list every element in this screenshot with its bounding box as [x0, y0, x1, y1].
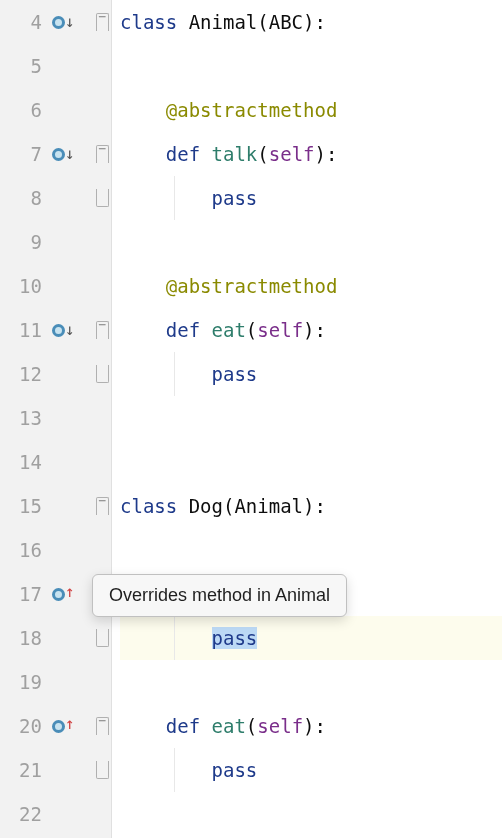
indent-guide: [174, 176, 175, 220]
line-number[interactable]: 21: [0, 759, 42, 781]
fold-collapse-icon[interactable]: [96, 321, 109, 339]
token: self: [257, 715, 303, 737]
fold-column: [93, 440, 111, 484]
line-number[interactable]: 7: [0, 143, 42, 165]
fold-collapse-icon[interactable]: [96, 13, 109, 31]
token: @abstractmethod: [166, 99, 338, 121]
has-implementations-icon[interactable]: ↓: [52, 321, 70, 339]
code-line[interactable]: [120, 44, 502, 88]
code-line[interactable]: [120, 528, 502, 572]
line-number[interactable]: 13: [0, 407, 42, 429]
fold-collapse-icon[interactable]: [96, 145, 109, 163]
has-implementations-icon[interactable]: ↓: [52, 145, 70, 163]
token: pass: [212, 627, 258, 649]
fold-end-icon[interactable]: [96, 365, 109, 383]
line-number[interactable]: 11: [0, 319, 42, 341]
line-number[interactable]: 6: [0, 99, 42, 121]
fold-column: [93, 176, 111, 220]
code-text: pass: [120, 187, 257, 209]
fold-end-icon[interactable]: [96, 629, 109, 647]
token: (: [257, 143, 268, 165]
has-implementations-icon[interactable]: ↓: [52, 13, 70, 31]
gutter-row: 13: [0, 396, 111, 440]
line-number[interactable]: 17: [0, 583, 42, 605]
gutter-icons: ↓: [52, 13, 70, 31]
line-number[interactable]: 14: [0, 451, 42, 473]
gutter-row: 19: [0, 660, 111, 704]
code-line[interactable]: @abstractmethod: [120, 88, 502, 132]
token: def: [166, 715, 212, 737]
token: Animal: [189, 11, 258, 33]
fold-end-icon[interactable]: [96, 189, 109, 207]
line-number[interactable]: 8: [0, 187, 42, 209]
line-number[interactable]: 22: [0, 803, 42, 825]
gutter-icons: ↓: [52, 321, 70, 339]
gutter-row: 7↓: [0, 132, 111, 176]
code-text: def talk(self):: [120, 143, 337, 165]
gutter-row: 4↓: [0, 0, 111, 44]
code-text: class Dog(Animal):: [120, 495, 326, 517]
code-line[interactable]: class Animal(ABC):: [120, 0, 502, 44]
line-number[interactable]: 10: [0, 275, 42, 297]
gutter-row: 18: [0, 616, 111, 660]
line-number[interactable]: 18: [0, 627, 42, 649]
fold-column: [93, 352, 111, 396]
code-line[interactable]: def eat(self):: [120, 704, 502, 748]
fold-column: [93, 88, 111, 132]
code-line[interactable]: [120, 440, 502, 484]
code-text: pass: [120, 363, 257, 385]
token: ):: [315, 143, 338, 165]
code-line[interactable]: [120, 792, 502, 836]
code-text: pass: [120, 759, 257, 781]
overrides-method-icon[interactable]: ↑: [52, 717, 70, 735]
gutter-row: 15: [0, 484, 111, 528]
line-number[interactable]: 19: [0, 671, 42, 693]
gutter-row: 21: [0, 748, 111, 792]
code-text: @abstractmethod: [120, 275, 337, 297]
token: talk: [212, 143, 258, 165]
token: ):: [303, 715, 326, 737]
gutter-icons: ↑: [52, 585, 70, 603]
code-text: @abstractmethod: [120, 99, 337, 121]
line-number[interactable]: 15: [0, 495, 42, 517]
token: (: [257, 11, 268, 33]
fold-column: [93, 132, 111, 176]
fold-column: [93, 528, 111, 572]
fold-collapse-icon[interactable]: [96, 497, 109, 515]
code-line[interactable]: def talk(self):: [120, 132, 502, 176]
code-line[interactable]: [120, 396, 502, 440]
token: @abstractmethod: [166, 275, 338, 297]
fold-column: [93, 396, 111, 440]
code-line[interactable]: pass: [120, 176, 502, 220]
code-line[interactable]: def eat(self):: [120, 308, 502, 352]
line-number[interactable]: 9: [0, 231, 42, 253]
fold-column: [93, 660, 111, 704]
line-number[interactable]: 5: [0, 55, 42, 77]
line-number[interactable]: 12: [0, 363, 42, 385]
code-line[interactable]: pass: [120, 748, 502, 792]
gutter-row: 10: [0, 264, 111, 308]
token: (: [223, 495, 234, 517]
code-line[interactable]: @abstractmethod: [120, 264, 502, 308]
gutter-icons: ↓: [52, 145, 70, 163]
code-line[interactable]: pass: [120, 616, 502, 660]
token: pass: [212, 187, 258, 209]
fold-collapse-icon[interactable]: [96, 717, 109, 735]
override-tooltip: Overrides method in Animal: [92, 574, 347, 617]
line-number[interactable]: 16: [0, 539, 42, 561]
code-area[interactable]: class Animal(ABC): @abstractmethod def t…: [112, 0, 502, 838]
line-number[interactable]: 4: [0, 11, 42, 33]
gutter-row: 11↓: [0, 308, 111, 352]
overrides-method-icon[interactable]: ↑: [52, 585, 70, 603]
fold-column: [93, 220, 111, 264]
line-number[interactable]: 20: [0, 715, 42, 737]
indent-guide: [174, 748, 175, 792]
code-text: def eat(self):: [120, 715, 326, 737]
code-line[interactable]: class Dog(Animal):: [120, 484, 502, 528]
tooltip-text: Overrides method in Animal: [109, 585, 330, 605]
code-line[interactable]: pass: [120, 352, 502, 396]
gutter-row: 20↑: [0, 704, 111, 748]
fold-end-icon[interactable]: [96, 761, 109, 779]
code-line[interactable]: [120, 660, 502, 704]
code-line[interactable]: [120, 220, 502, 264]
